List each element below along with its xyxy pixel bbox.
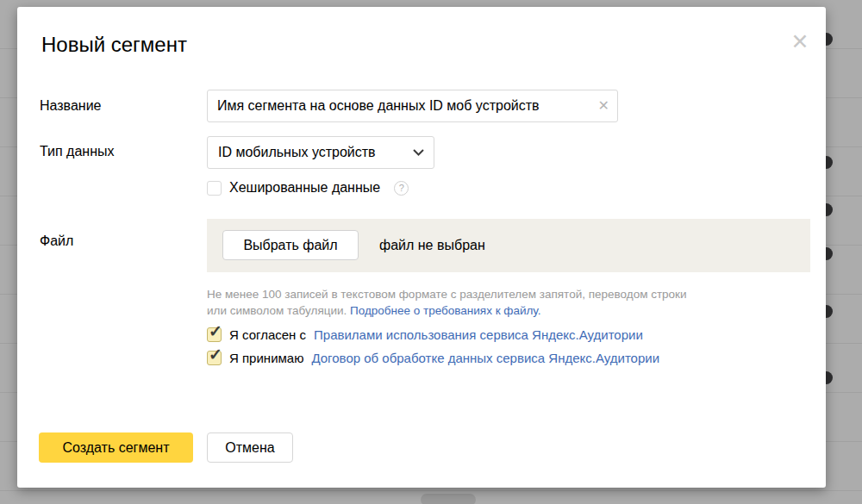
data-type-select[interactable]: ID мобильных устройств <box>207 136 434 169</box>
close-icon: ✕ <box>791 29 809 53</box>
terms-prefix: Я согласен с <box>229 327 306 342</box>
segment-name-field-wrap: ✕ <box>207 90 618 122</box>
data-processing-prefix: Я принимаю <box>229 351 303 365</box>
help-icon[interactable]: ? <box>394 181 409 196</box>
chevron-down-icon <box>413 149 424 156</box>
checkmark-icon: ✓ <box>209 321 222 341</box>
cancel-button[interactable]: Отмена <box>207 432 293 463</box>
file-requirements-hint: Не менее 100 записей в текстовом формате… <box>207 286 793 319</box>
terms-checkbox[interactable]: ✓ <box>207 327 222 342</box>
hint-line1: Не менее 100 записей в текстовом формате… <box>207 286 793 302</box>
data-processing-checkbox[interactable]: ✓ <box>207 351 222 365</box>
hint-line2: или символом табуляции. <box>207 304 347 317</box>
file-label: Файл <box>40 233 73 249</box>
segment-name-input[interactable] <box>207 90 618 122</box>
data-processing-link[interactable]: Договор об обработке данных сервиса Янде… <box>311 351 659 365</box>
create-segment-button[interactable]: Создать сегмент <box>39 432 193 463</box>
data-processing-agreement-row: ✓ Я принимаю Договор об обработке данных… <box>207 351 659 365</box>
hashed-data-label: Хешированные данные <box>229 180 380 196</box>
background-pill <box>421 494 476 504</box>
hashed-data-checkbox[interactable] <box>207 181 222 196</box>
file-requirements-link[interactable]: Подробнее о требованиях к файлу. <box>350 304 540 317</box>
name-label: Название <box>40 98 102 114</box>
page-title: Новый сегмент <box>41 33 187 57</box>
file-status-text: файл не выбран <box>379 230 485 260</box>
close-button[interactable]: ✕ <box>786 28 814 55</box>
clear-input-icon[interactable]: ✕ <box>598 97 609 114</box>
new-segment-dialog: Новый сегмент ✕ Название ✕ Тип данных ID… <box>17 7 826 488</box>
checkmark-icon: ✓ <box>209 345 222 364</box>
hashed-data-row: Хешированные данные ? <box>207 180 409 196</box>
data-type-selected-value: ID мобильных устройств <box>218 145 376 160</box>
terms-agreement-row: ✓ Я согласен с Правилами использования с… <box>207 327 643 342</box>
file-upload-area: Выбрать файл файл не выбран <box>207 219 810 272</box>
terms-link[interactable]: Правилами использования сервиса Яндекс.А… <box>314 327 643 342</box>
data-type-label: Тип данных <box>40 144 115 159</box>
help-glyph: ? <box>399 183 404 193</box>
choose-file-button[interactable]: Выбрать файл <box>222 230 359 260</box>
